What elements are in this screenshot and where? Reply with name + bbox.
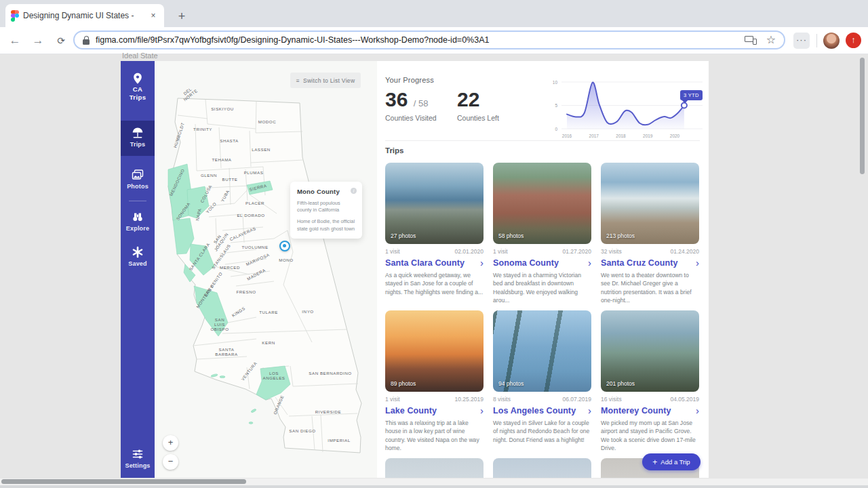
svg-text:2018: 2018	[616, 134, 626, 138]
svg-text:LASSEN: LASSEN	[252, 147, 271, 152]
address-bar[interactable]: figma.com/file/9tPsrx7qwYofbgfsivt0fg/De…	[73, 30, 785, 49]
sidebar-item-label: Settings	[121, 462, 155, 469]
trip-photo[interactable]	[493, 458, 591, 478]
map-area[interactable]: DELNORTESISKIYOUMODOCHUMBOLDTTRINITYSHAS…	[155, 61, 377, 478]
trip-photo[interactable]: 89 photos	[385, 310, 484, 392]
logo-line2: Trips	[121, 94, 155, 102]
svg-text:MERCED: MERCED	[220, 265, 240, 270]
chevron-right-icon: ›	[480, 259, 484, 267]
vertical-scrollbar-thumb[interactable]	[860, 58, 865, 174]
channel-island	[220, 376, 225, 378]
asterisk-icon	[131, 245, 144, 259]
figma-favicon	[11, 10, 19, 22]
toolbar-divider	[816, 34, 817, 47]
trip-photo[interactable]: 58 photos	[493, 163, 591, 244]
sidebar-item-label: Photos	[121, 183, 155, 190]
trip-title[interactable]: Santa Cruz County›	[601, 258, 699, 268]
trip-card[interactable]: 27 photos 1 visit 02.01.2020 Santa Clara…	[385, 163, 484, 295]
photos-icon	[131, 168, 144, 182]
photo-count-badge: 27 photos	[391, 232, 416, 239]
map-zoom-out-button[interactable]: −	[163, 454, 178, 470]
counties-left-label: Counties Left	[457, 114, 499, 122]
frame-label[interactable]: Ideal State	[122, 52, 158, 60]
trip-title[interactable]: Monterey County›	[601, 406, 699, 415]
sidebar-item-photos[interactable]: Photos	[121, 163, 155, 198]
profile-avatar[interactable]	[823, 33, 840, 49]
url-text[interactable]: figma.com/file/9tPsrx7qwYofbgfsivt0fg/De…	[96, 35, 745, 45]
visit-count: 1 visit	[493, 248, 508, 255]
sidebar-item-explore[interactable]: Explore	[121, 205, 155, 240]
sidebar-item-saved[interactable]: Saved	[121, 240, 155, 275]
svg-text:IMPERIAL: IMPERIAL	[328, 438, 350, 443]
channel-island	[249, 422, 253, 424]
bookmark-star-icon[interactable]: ☆	[766, 35, 776, 45]
visit-count: 1 visit	[385, 396, 400, 403]
trip-card[interactable]: 201 photos 16 visits 04.05.2019 Monterey…	[601, 310, 699, 443]
extensions-icon[interactable]: ···	[793, 33, 810, 49]
tab-close-icon[interactable]: ×	[148, 10, 159, 21]
trip-card[interactable]: 213 photos 32 visits 01.24.2020 Santa Cr…	[601, 163, 699, 295]
photo-count-badge: 201 photos	[606, 380, 635, 387]
visit-count: 8 visits	[493, 396, 511, 403]
sidebar-divider	[129, 201, 146, 201]
sidebar-item-trips[interactable]: Trips	[121, 121, 155, 156]
lock-icon	[83, 36, 90, 45]
binoculars-icon	[131, 210, 144, 224]
trip-meta: 8 visits 06.07.2019	[493, 396, 591, 403]
forward-icon[interactable]: →	[30, 33, 46, 49]
refresh-icon[interactable]: ⟳	[53, 33, 69, 49]
add-trip-button[interactable]: + Add a Trip	[642, 453, 701, 470]
svg-text:RIVERSIDE: RIVERSIDE	[315, 409, 341, 414]
trip-meta: 1 visit 01.27.2020	[493, 248, 591, 255]
browser-tab[interactable]: Designing Dynamic UI States - ×	[5, 4, 164, 27]
trip-photo[interactable]: 94 photos	[493, 310, 591, 392]
info-icon[interactable]: i	[351, 188, 357, 194]
app-logo[interactable]: CA Trips	[121, 66, 155, 102]
trip-card[interactable]: 89 photos 1 visit 10.25.2019 Lake County…	[385, 310, 484, 443]
trip-title[interactable]: Lake County›	[385, 406, 484, 415]
trip-photo[interactable]	[385, 458, 484, 478]
sidebar-item-settings[interactable]: Settings	[121, 442, 155, 477]
svg-text:MODOC: MODOC	[258, 119, 276, 124]
svg-text:GLENN: GLENN	[201, 173, 217, 178]
trip-card[interactable]: 94 photos 8 visits 06.07.2019 Los Angele…	[493, 310, 591, 443]
trip-description: This was a relaxing trip at a lake house…	[385, 419, 484, 453]
switch-to-list-view-button[interactable]: ≡ Switch to List View	[290, 73, 361, 88]
add-trip-label: Add a Trip	[660, 458, 690, 466]
trip-card-partial[interactable]	[493, 458, 591, 478]
svg-text:EL DORADO: EL DORADO	[237, 213, 264, 218]
list-icon: ≡	[296, 77, 300, 84]
browser-update-icon[interactable]: ↑	[846, 33, 861, 48]
svg-text:INYO: INYO	[302, 309, 313, 314]
chevron-right-icon: ›	[480, 407, 484, 415]
trip-photo[interactable]: 201 photos	[601, 310, 699, 392]
california-county-map[interactable]: DELNORTESISKIYOUMODOCHUMBOLDTTRINITYSHAS…	[155, 61, 377, 478]
trip-card-partial[interactable]	[385, 458, 484, 478]
new-tab-button[interactable]: +	[174, 8, 190, 24]
map-zoom-in-button[interactable]: +	[163, 435, 178, 451]
trip-meta: 32 visits 01.24.2020	[601, 248, 699, 255]
counties-left-count: 22	[457, 88, 479, 111]
chart-axis-ticks: 105020162017201820192020	[553, 80, 680, 139]
tooltip-fact-2: Home of Bodie, the official state gold r…	[297, 218, 355, 232]
trip-date: 06.07.2019	[562, 396, 591, 403]
svg-text:FRESNO: FRESNO	[236, 289, 256, 294]
horizontal-scrollbar-thumb[interactable]	[1, 479, 246, 484]
trip-date: 04.05.2019	[670, 396, 699, 403]
trip-description: We picked my mom up at San Jose airport …	[601, 419, 699, 453]
map-marker-mono[interactable]	[279, 241, 290, 251]
send-to-device-icon[interactable]	[745, 36, 757, 45]
svg-text:TRINITY: TRINITY	[193, 127, 212, 131]
trip-title[interactable]: Los Angeles County›	[493, 406, 591, 415]
trip-photo[interactable]: 27 photos	[385, 163, 484, 244]
progress-line-chart: 105020162017201820192020	[548, 69, 705, 140]
svg-text:PLUMAS: PLUMAS	[244, 170, 264, 175]
trip-title[interactable]: Sonoma County›	[493, 258, 591, 268]
ytd-badge: 3 YTD	[680, 90, 703, 100]
screen: Designing Dynamic UI States - × + ← → ⟳ …	[0, 0, 868, 488]
trip-card[interactable]: 58 photos 1 visit 01.27.2020 Sonoma Coun…	[493, 163, 591, 295]
chevron-right-icon: ›	[696, 407, 699, 415]
trip-photo[interactable]: 213 photos	[601, 163, 699, 244]
back-icon[interactable]: ←	[7, 33, 23, 49]
trip-title[interactable]: Santa Clara County›	[385, 258, 484, 268]
